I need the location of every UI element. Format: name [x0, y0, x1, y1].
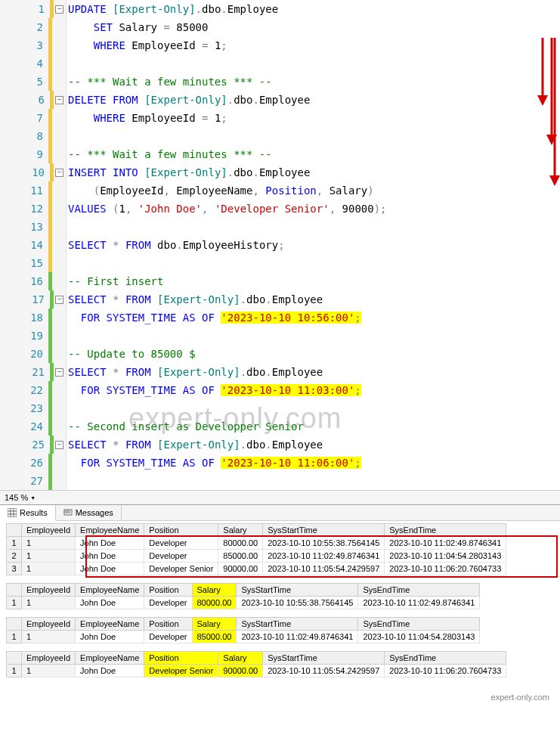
col-header[interactable]: EmployeeId	[22, 524, 76, 537]
col-header[interactable]: Position	[144, 652, 218, 665]
cell[interactable]: Developer	[144, 550, 218, 563]
row-header[interactable]: 1	[7, 631, 22, 643]
code-line[interactable]	[68, 399, 560, 417]
cell[interactable]: John Doe	[76, 665, 144, 677]
code-line[interactable]: SET Salary = 85000	[68, 18, 560, 36]
sql-editor[interactable]: 1−23456−78910−11121314151617−18192021−22…	[0, 0, 560, 490]
col-header[interactable]: EmployeeId	[22, 652, 76, 665]
code-line[interactable]	[68, 127, 560, 145]
fold-toggle[interactable]: −	[55, 441, 63, 449]
cell[interactable]: 2023-10-10 11:02:49.8746341	[263, 550, 385, 563]
code-line[interactable]: FOR SYSTEM_TIME AS OF '2023-10-10 11:03:…	[68, 381, 560, 399]
cell[interactable]: Developer	[144, 537, 218, 550]
cell[interactable]: 2023-10-10 11:04:54.2803143	[385, 550, 506, 563]
code-line[interactable]	[68, 327, 560, 345]
table-row[interactable]: 11John DoeDeveloper80000.002023-10-10 10…	[7, 537, 506, 550]
cell[interactable]: 80000.00	[192, 597, 237, 609]
code-line[interactable]: WHERE EmployeeId = 1;	[68, 109, 560, 127]
cell[interactable]: Developer Senior	[144, 563, 218, 575]
col-header[interactable]: SysEndTime	[358, 584, 480, 597]
code-line[interactable]: DELETE FROM [Expert-Only].dbo.Employee	[68, 91, 560, 109]
cell[interactable]: 1	[22, 550, 76, 563]
fold-toggle[interactable]: −	[55, 169, 63, 177]
code-line[interactable]: FOR SYSTEM_TIME AS OF '2023-10-10 11:06:…	[68, 454, 560, 472]
cell[interactable]: 1	[22, 665, 76, 677]
col-header[interactable]: EmployeeName	[76, 618, 144, 631]
col-header[interactable]: SysEndTime	[385, 652, 506, 665]
col-header[interactable]: Position	[144, 618, 192, 631]
result-grid-1[interactable]: EmployeeIdEmployeeNamePositionSalarySysS…	[6, 523, 554, 575]
row-header[interactable]: 1	[7, 537, 22, 550]
cell[interactable]: John Doe	[76, 537, 144, 550]
row-header[interactable]: 1	[7, 597, 22, 609]
code-line[interactable]: FOR SYSTEM_TIME AS OF '2023-10-10 10:56:…	[68, 308, 560, 327]
cell[interactable]: 2023-10-10 11:05:54.2429597	[263, 563, 385, 575]
row-header[interactable]: 3	[7, 563, 22, 575]
cell[interactable]: 90000.00	[218, 563, 263, 575]
dropdown-icon[interactable]: ▼	[30, 495, 36, 501]
code-line[interactable]: WHERE EmployeeId = 1;	[68, 36, 560, 54]
col-header[interactable]: EmployeeName	[76, 652, 144, 665]
col-header[interactable]: Salary	[192, 618, 237, 631]
code-line[interactable]: -- First insert	[68, 272, 560, 290]
cell[interactable]: 85000.00	[192, 631, 237, 643]
col-header[interactable]: EmployeeName	[76, 584, 144, 597]
cell[interactable]: 2023-10-10 11:06:20.7604733	[385, 665, 506, 677]
zoom-control[interactable]: 145 % ▼	[0, 490, 560, 504]
col-header[interactable]: Position	[144, 584, 192, 597]
code-area[interactable]: UPDATE [Expert-Only].dbo.Employee SET Sa…	[67, 0, 560, 490]
cell[interactable]: Developer	[144, 631, 192, 643]
fold-toggle[interactable]: −	[55, 368, 63, 377]
table-row[interactable]: 11John DoeDeveloper Senior90000.002023-1…	[7, 665, 506, 677]
code-line[interactable]: -- *** Wait a few minutes *** --	[68, 73, 560, 91]
col-header[interactable]: SysStartTime	[237, 618, 358, 631]
result-grid-3[interactable]: EmployeeIdEmployeeNamePositionSalarySysS…	[6, 617, 554, 643]
table-row[interactable]: 11John DoeDeveloper85000.002023-10-10 11…	[7, 631, 480, 643]
cell[interactable]: 2023-10-10 11:06:20.7604733	[385, 563, 506, 575]
table-row[interactable]: 11John DoeDeveloper80000.002023-10-10 10…	[7, 597, 480, 609]
code-line[interactable]	[68, 218, 560, 236]
col-header[interactable]: Salary	[218, 524, 263, 537]
fold-toggle[interactable]: −	[55, 296, 63, 304]
cell[interactable]: 2023-10-10 11:02:49.8746341	[358, 597, 480, 609]
cell[interactable]: 1	[22, 563, 76, 575]
code-line[interactable]: (EmployeeId, EmployeeName, Position, Sal…	[68, 181, 560, 200]
col-header[interactable]: SysEndTime	[358, 618, 480, 631]
code-line[interactable]: SELECT * FROM [Expert-Only].dbo.Employee	[68, 290, 560, 308]
result-grid-2[interactable]: EmployeeIdEmployeeNamePositionSalarySysS…	[6, 583, 554, 609]
cell[interactable]: 2023-10-10 11:02:49.8746341	[237, 631, 358, 643]
row-header[interactable]: 2	[7, 550, 22, 563]
fold-toggle[interactable]: −	[55, 96, 63, 104]
cell[interactable]: John Doe	[76, 597, 144, 609]
cell[interactable]: 1	[22, 537, 76, 550]
cell[interactable]: John Doe	[76, 631, 144, 643]
col-header[interactable]: EmployeeName	[76, 524, 144, 537]
col-header[interactable]: SysStartTime	[237, 584, 358, 597]
code-line[interactable]: SELECT * FROM dbo.EmployeeHistory;	[68, 236, 560, 254]
col-header[interactable]: SysStartTime	[263, 652, 385, 665]
cell[interactable]: 1	[22, 597, 76, 609]
table-row[interactable]: 31John DoeDeveloper Senior90000.002023-1…	[7, 563, 506, 575]
cell[interactable]: 90000.00	[218, 665, 263, 677]
cell[interactable]: 85000.00	[218, 550, 263, 563]
cell[interactable]: 2023-10-10 11:05:54.2429597	[263, 665, 385, 677]
code-line[interactable]	[68, 54, 560, 73]
cell[interactable]: Developer	[144, 597, 192, 609]
cell[interactable]: Developer Senior	[144, 665, 218, 677]
code-line[interactable]: -- Update to 85000 $	[68, 345, 560, 363]
cell[interactable]: 2023-10-10 11:02:49.8746341	[385, 537, 506, 550]
code-line[interactable]: -- *** Wait a few minutes *** --	[68, 145, 560, 163]
col-header[interactable]: Salary	[218, 652, 263, 665]
code-line[interactable]	[68, 472, 560, 490]
cell[interactable]: 2023-10-10 10:55:38.7564145	[237, 597, 358, 609]
code-line[interactable]: SELECT * FROM [Expert-Only].dbo.Employee	[68, 363, 560, 381]
tab-results[interactable]: Results	[0, 505, 56, 521]
col-header[interactable]: EmployeeId	[22, 618, 76, 631]
cell[interactable]: 1	[22, 631, 76, 643]
col-header[interactable]: EmployeeId	[22, 584, 76, 597]
code-line[interactable]	[68, 254, 560, 272]
code-line[interactable]: -- Second insert as Developper Senior	[68, 417, 560, 436]
col-header[interactable]: SysEndTime	[385, 524, 506, 537]
cell[interactable]: 80000.00	[218, 537, 263, 550]
cell[interactable]: John Doe	[76, 550, 144, 563]
